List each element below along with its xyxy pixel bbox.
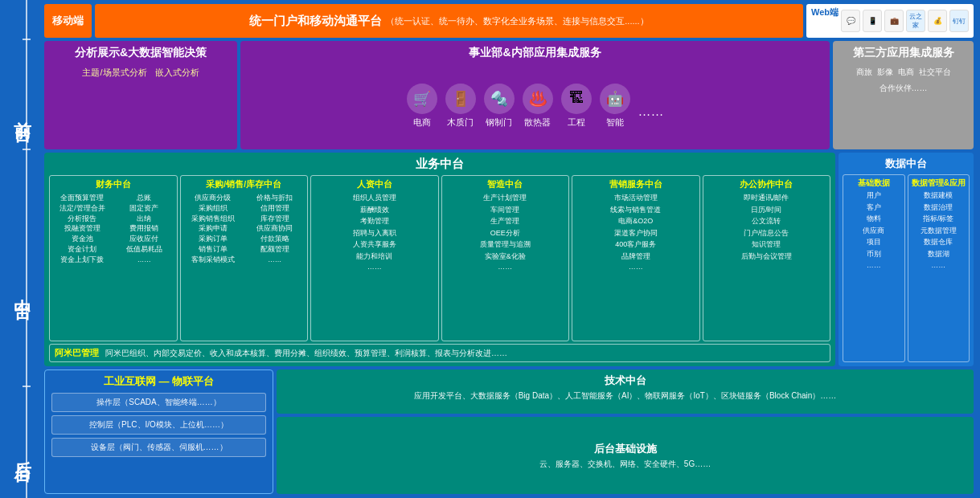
iot-layer-3: 设备层（阀门、传感器、伺服机……） [51,438,266,457]
hr-1: 组织人员管理 [314,193,436,204]
spacer-top [0,0,44,35]
enterprise-wechat-icon[interactable]: 💼 [884,10,904,32]
portal-title: 统一门户和移动沟通平台 [249,14,382,29]
fi-8: 费用报销 [114,223,174,234]
main-container: 前台 中台 后台 移动端 统一门户和移动沟通平台 （统一认证、统一待办、数字化全… [0,0,980,498]
tp-social: 社交平台 [919,67,951,78]
iot-layers: 操作层（SCADA、智能终端……） 控制层（PLC、I/O模块、上位机……） 设… [51,393,266,457]
bottom-section: 工业互联网 — 物联平台 操作层（SCADA、智能终端……） 控制层（PLC、I… [44,369,974,494]
mid-section: 业务中台 财务中台 全面预算管理 总账 法定/管理合并 固定资产 分析报告 出纳… [44,153,974,366]
wechat-icon[interactable]: 💬 [841,10,860,32]
fi-12: 低值易耗品 [114,244,174,255]
of-5: 知识管理 [706,239,828,251]
tech-platform-title: 技术中台 [285,374,966,388]
hr-more: …… [314,263,436,271]
tiktok-icon[interactable]: 📱 [863,10,882,32]
bd-1: 用户 [867,190,881,202]
finance-dept: 财务中台 全面预算管理 总账 法定/管理合并 固定资产 分析报告 出纳 投融资管… [49,175,178,341]
pr-9: 采购订单 [183,234,244,244]
iot-block: 工业互联网 — 物联平台 操作层（SCADA、智能终端……） 控制层（PLC、I… [44,369,273,494]
wood-label: 木质门 [447,116,474,129]
pr-5: 采购销售组织 [183,214,244,224]
data-sub-row: 基础数据 用户 客户 物料 供应商 项目 币别 …… 数据管理&应用 [843,174,970,362]
biz-radiator: ♨️ 散热器 [523,84,553,129]
dm-5: 数据仓库 [924,237,953,248]
bd-5: 项目 [867,237,881,248]
hr-title: 人资中台 [314,179,436,190]
hr-dept: 人资中台 组织人员管理 薪酬绩效 考勤管理 招聘与入离职 人资共享服务 能力和培… [310,175,439,341]
hr-5: 人资共享服务 [314,239,436,251]
back-label: 后台 [0,394,44,498]
yunzhijia-icon[interactable]: 云之家 [906,10,925,32]
fi-3: 法定/管理合并 [52,203,113,214]
alipay-icon[interactable]: 💰 [928,10,947,32]
of-3: 公文流转 [706,216,828,227]
procurement-title: 采购/销售/库存中台 [183,179,305,190]
data-platform-title: 数据中台 [843,157,970,171]
finance-title: 财务中台 [52,179,174,190]
manufacturing-dept: 智造中台 生产计划管理 车间管理 生产管理 OEE分析 质量管理与追溯 实验室&… [441,175,570,341]
business-icons-row: 🛒 电商 🚪 木质门 🔩 钢制门 ♨️ 散热器 [247,67,823,145]
engineering-icon: 🏗 [561,84,592,114]
third-party-items: 商旅 影像 电商 社交平台 合作伙伴…… [839,67,967,94]
business-platform: 业务中台 财务中台 全面预算管理 总账 法定/管理合并 固定资产 分析报告 出纳… [44,153,835,366]
analysis-subtitles: 主题/场景式分析 嵌入式分析 [51,67,231,79]
tp-image: 影像 [877,67,893,78]
biz-ecommerce: 🛒 电商 [407,84,437,129]
tick-3 [23,386,31,387]
left-sidebar: 前台 中台 后台 [0,0,44,498]
hr-3: 考勤管理 [314,216,436,227]
mf-4: OEE分析 [445,228,567,239]
pr-13: 客制采销模式 [183,255,244,265]
pr-7: 采购申请 [183,223,244,234]
hr-2: 薪酬绩效 [314,205,436,216]
tp-partner: 合作伙伴…… [880,83,928,94]
mf-1: 生产计划管理 [445,193,567,204]
office-dept: 办公协作中台 即时通讯/邮件 日历/时间 公文流转 门户/信息公告 知识管理 后… [703,175,831,341]
tech-back-block: 技术中台 应用开发平台、大数据服务（Big Data）、人工智能服务（AI）、物… [277,369,974,494]
unified-portal: 统一门户和移动沟通平台 （统一认证、统一待办、数字化全业务场景、连接与信息交互.… [95,4,803,38]
business-unit-title: 事业部&内部应用集成服务 [247,46,823,60]
content-area: 移动端 统一门户和移动沟通平台 （统一认证、统一待办、数字化全业务场景、连接与信… [44,0,980,498]
pr-14: …… [244,255,305,265]
biz-wood: 🚪 木质门 [445,84,476,129]
top-bar: 移动端 统一门户和移动沟通平台 （统一认证、统一待办、数字化全业务场景、连接与信… [44,4,974,38]
bd-6: 币别 [867,249,881,260]
finance-items: 全面预算管理 总账 法定/管理合并 固定资产 分析报告 出纳 投融资管理 费用报… [52,193,174,264]
bd-2: 客户 [867,202,881,214]
pr-6: 库存管理 [244,214,305,224]
portal-subtitle: （统一认证、统一待办、数字化全业务场景、连接与信息交互......） [386,15,648,27]
engineering-label: 工程 [568,116,585,129]
mk-2: 线索与销售管道 [575,205,697,216]
ecommerce-label: 电商 [413,116,431,129]
basic-data-block: 基础数据 用户 客户 物料 供应商 项目 币别 …… [843,174,905,362]
mf-6: 实验室&化验 [445,251,567,263]
hr-6: 能力和培训 [314,251,436,263]
back-infra: 后台基础设施 云、服务器、交换机、网络、安全硬件、5G…… [277,417,974,494]
back-infra-title: 后台基础设施 [285,442,966,456]
pr-8: 供应商协同 [244,223,305,234]
dingtalk-icon[interactable]: 钉钉 [949,10,969,32]
tp-business-travel: 商旅 [856,67,872,78]
fi-10: 应收应付 [114,234,174,244]
analysis-block: 分析展示&大数据智能决策 主题/场景式分析 嵌入式分析 [44,41,237,149]
front-label: 前台 [0,35,44,173]
mk-3: 电商&O2O [575,216,697,227]
steel-icon: 🔩 [484,84,515,114]
bd-7: …… [867,260,881,271]
data-mgmt-block: 数据管理&应用 数据建模 数据治理 指标/标签 元数据管理 数据仓库 数据湖 …… [908,174,970,362]
analysis-item-2: 嵌入式分析 [155,67,199,79]
fi-1: 全面预算管理 [52,193,113,203]
office-items: 即时通讯/邮件 日历/时间 公文流转 门户/信息公告 知识管理 后勤与会议管理 [706,193,828,262]
tp-ecommerce: 电商 [898,67,914,78]
of-4: 门户/信息公告 [706,228,828,239]
dm-6: 数据湖 [928,249,949,260]
fi-7: 投融资管理 [52,223,113,234]
smart-label: 智能 [606,116,624,129]
tick-2 [23,149,31,150]
mk-5: 400客户服务 [575,239,697,251]
dm-3: 指标/标签 [923,214,954,225]
web-label: Web端 [811,6,839,18]
marketing-items: 市场活动管理 线索与销售管道 电商&O2O 渠道客户协同 400客户服务 品牌管… [575,193,697,271]
mobile-label: 移动端 [44,4,92,38]
